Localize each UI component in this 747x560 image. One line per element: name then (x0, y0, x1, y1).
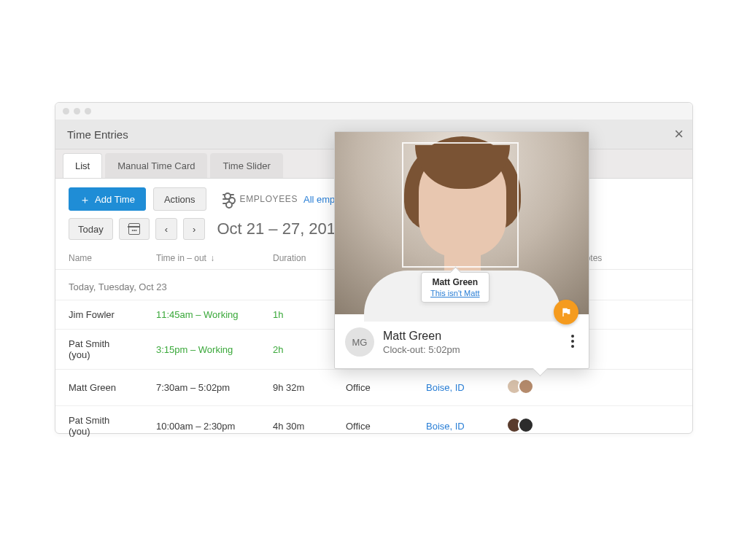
sort-arrow-icon: ↓ (210, 253, 214, 263)
table-row[interactable]: Matt Green 7:30am – 5:02pm 9h 32m Office… (55, 370, 692, 406)
window-dot (85, 108, 91, 114)
col-name[interactable]: Name (55, 247, 143, 270)
kebab-dot (571, 345, 574, 348)
popover-clock-status: Clock-out: 5:02pm (383, 344, 460, 355)
panel-title: Time Entries (67, 128, 128, 141)
cell-time: 3:15pm – Working (143, 330, 260, 370)
calendar-icon (128, 223, 140, 235)
cell-duration: 9h 32m (260, 370, 333, 406)
tab-manual-time-card[interactable]: Manual Time Card (105, 153, 207, 178)
today-button[interactable]: Today (69, 218, 113, 240)
avatar-icon (518, 378, 534, 394)
tab-time-slider[interactable]: Time Slider (210, 153, 282, 178)
close-icon[interactable]: × (674, 126, 684, 142)
prev-week-button[interactable]: ‹ (155, 218, 177, 240)
detected-name: Matt Green (432, 277, 478, 287)
cell-duration: 4h 30m (260, 406, 333, 446)
cell-job: Office (333, 406, 413, 446)
cell-name: Pat Smith (you) (55, 330, 143, 370)
window-dot (63, 108, 69, 114)
cell-location[interactable]: Boise, ID (413, 406, 493, 446)
date-range-label: Oct 21 – 27, 2019 (217, 219, 344, 238)
cell-photos[interactable] (493, 406, 566, 446)
col-time[interactable]: Time in – out ↓ (143, 247, 260, 270)
next-week-button[interactable]: › (183, 218, 205, 240)
sliders-icon (222, 194, 234, 204)
cell-name: Jim Fowler (55, 300, 143, 330)
popover-footer: MG Matt Green Clock-out: 5:02pm (335, 314, 589, 368)
cell-job: Office (333, 370, 413, 406)
avatar-initials: MG (345, 327, 374, 357)
cell-name: Pat Smith (you) (55, 406, 143, 446)
not-this-person-link[interactable]: This isn't Matt (430, 289, 480, 298)
add-time-label: Add Time (95, 194, 135, 205)
cell-photos[interactable] (493, 370, 566, 406)
cell-time: 7:30am – 5:02pm (143, 370, 260, 406)
face-detection-box (402, 142, 519, 268)
cell-duration: 2h (260, 330, 333, 370)
cell-duration: 1h (260, 300, 333, 330)
tab-list[interactable]: List (63, 153, 102, 178)
clock-photo: Matt Green This isn't Matt (335, 132, 589, 314)
cell-location[interactable]: Boise, ID (413, 370, 493, 406)
face-id-tooltip: Matt Green This isn't Matt (421, 272, 489, 303)
more-menu-button[interactable] (567, 330, 578, 352)
filter-caption: EMPLOYEES (240, 194, 298, 204)
cell-time: 11:45am – Working (143, 300, 260, 330)
actions-button[interactable]: Actions (153, 187, 206, 211)
kebab-dot (571, 340, 574, 343)
photo-verify-popover: Matt Green This isn't Matt MG Matt Green… (334, 131, 589, 369)
window-dot (74, 108, 80, 114)
avatar-icon (518, 417, 534, 433)
kebab-dot (571, 335, 574, 338)
plus-icon: ＋ (80, 194, 90, 205)
table-row[interactable]: Pat Smith (you) 10:00am – 2:30pm 4h 30m … (55, 406, 692, 446)
popover-employee-name: Matt Green (383, 330, 460, 343)
calendar-button[interactable] (119, 218, 150, 240)
add-time-button[interactable]: ＋ Add Time (69, 187, 146, 211)
col-duration[interactable]: Duration (260, 247, 333, 270)
window-chrome (55, 103, 692, 120)
cell-time: 10:00am – 2:30pm (143, 406, 260, 446)
cell-name: Matt Green (55, 370, 143, 406)
